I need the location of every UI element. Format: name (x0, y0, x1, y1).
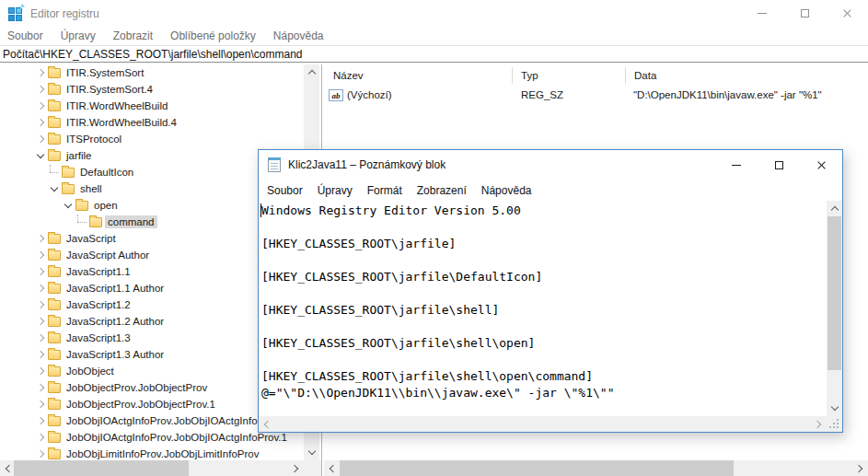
chevron-collapsed-icon[interactable] (33, 314, 48, 329)
chevron-collapsed-icon[interactable] (33, 347, 48, 362)
notepad-window-title: Klic2Java11 – Poznámkový blok (288, 158, 446, 171)
registry-value-row[interactable]: ab (Výchozí) REG_SZ "D:\OpenJDK11\bin\ja… (324, 88, 868, 105)
folder-icon (48, 234, 61, 244)
chevron-collapsed-icon[interactable] (33, 231, 48, 246)
menu-item[interactable]: Zobrazit (113, 29, 153, 42)
notepad-vertical-scrollbar[interactable] (827, 201, 842, 416)
scrollbar-thumb[interactable] (14, 460, 189, 476)
menu-item[interactable]: Soubor (267, 184, 303, 197)
chevron-collapsed-icon[interactable] (33, 281, 48, 296)
folder-icon (48, 383, 61, 393)
scroll-down-icon[interactable] (827, 401, 842, 416)
folder-icon (48, 400, 61, 410)
chevron-collapsed-icon[interactable] (33, 397, 48, 412)
menu-item[interactable]: Nápověda (273, 29, 324, 42)
notepad-window: Klic2Java11 – Poznámkový blok SouborÚpra… (258, 149, 843, 433)
tree-item-label: JavaScript1.1 Author (64, 282, 167, 295)
scroll-up-icon[interactable] (827, 201, 842, 216)
tree-horizontal-scrollbar[interactable] (0, 460, 304, 476)
folder-icon (89, 217, 102, 227)
resize-grip[interactable] (827, 416, 842, 432)
column-header-data[interactable]: Data (625, 64, 868, 87)
notepad-horizontal-scrollbar[interactable] (259, 416, 827, 432)
scroll-right-icon[interactable] (852, 460, 868, 476)
folder-icon (48, 267, 61, 277)
column-separator[interactable] (512, 67, 513, 84)
maximize-icon[interactable] (758, 150, 800, 180)
value-type: REG_SZ (521, 89, 563, 100)
menu-item[interactable]: Oblíbené položky (170, 29, 256, 42)
scroll-left-icon[interactable] (324, 460, 340, 476)
reg-sz-string-icon: ab (329, 89, 343, 101)
chevron-expanded-icon[interactable] (33, 148, 48, 163)
tree-item[interactable]: ITIR.SystemSort (0, 64, 304, 81)
column-header-type-label: Typ (521, 70, 538, 81)
tree-item[interactable]: ITIR.SystemSort.4 (0, 81, 304, 98)
column-separator[interactable] (625, 67, 626, 84)
notepad-window-controls (715, 150, 842, 180)
scroll-down-icon[interactable] (304, 445, 319, 460)
scrollbar-thumb[interactable] (340, 460, 734, 476)
tree-item-label: ITSProtocol (64, 133, 124, 145)
tree-item-label: shell (77, 182, 105, 195)
maximize-icon[interactable] (783, 0, 826, 27)
chevron-collapsed-icon[interactable] (33, 115, 48, 130)
menu-item[interactable]: Úpravy (318, 184, 353, 197)
folder-icon (48, 433, 61, 443)
tree-item-label: JavaScript Author (64, 249, 152, 261)
chevron-collapsed-icon[interactable] (33, 297, 48, 312)
tree-item[interactable]: ITSProtocol (0, 131, 304, 147)
minimize-icon[interactable] (715, 150, 758, 180)
scroll-right-icon[interactable] (811, 416, 827, 432)
value-name: (Výchozí) (347, 89, 392, 100)
scrollbar-thumb[interactable] (827, 216, 841, 370)
tree-item[interactable]: ITIR.WordWheelBuild (0, 98, 304, 114)
chevron-collapsed-icon[interactable] (33, 82, 48, 97)
tree-item-label: JavaScript1.3 Author (64, 348, 167, 361)
regedit-window-title: Editor registru (30, 7, 99, 20)
folder-icon (48, 416, 61, 426)
notepad-titlebar[interactable]: Klic2Java11 – Poznámkový blok (259, 150, 842, 180)
chevron-collapsed-icon[interactable] (33, 132, 48, 146)
scroll-left-icon[interactable] (259, 416, 274, 432)
close-icon[interactable] (826, 0, 868, 27)
folder-icon (48, 85, 61, 95)
column-header-name-label: Název (333, 70, 364, 81)
column-header-name[interactable]: Název (324, 64, 512, 87)
registry-path-text: Počítač\HKEY_CLASSES_ROOT\jarfile\shell\… (3, 48, 302, 61)
folder-icon (48, 284, 61, 294)
menu-item[interactable]: Úpravy (61, 29, 96, 42)
close-icon[interactable] (800, 150, 842, 180)
minimize-icon[interactable] (741, 0, 783, 27)
menu-item[interactable]: Soubor (7, 29, 43, 42)
scroll-up-icon[interactable] (304, 64, 319, 80)
scroll-right-icon[interactable] (288, 460, 304, 476)
tree-item-label: ITIR.WordWheelBuild (64, 99, 170, 112)
menu-item[interactable]: Formát (367, 184, 402, 197)
chevron-collapsed-icon[interactable] (33, 430, 48, 445)
registry-address-bar[interactable]: Počítač\HKEY_CLASSES_ROOT\jarfile\shell\… (0, 45, 868, 63)
values-horizontal-scrollbar[interactable] (324, 460, 868, 476)
chevron-collapsed-icon[interactable] (33, 380, 48, 395)
folder-icon (48, 350, 61, 360)
tree-item-label: JavaScript1.1 (64, 265, 133, 278)
chevron-collapsed-icon[interactable] (33, 248, 48, 262)
menu-item[interactable]: Nápověda (481, 184, 532, 197)
chevron-collapsed-icon[interactable] (33, 364, 48, 378)
tree-item-label: JavaScript1.3 (64, 331, 133, 344)
tree-item[interactable]: ITIR.WordWheelBuild.4 (0, 114, 304, 131)
chevron-collapsed-icon[interactable] (33, 264, 48, 279)
chevron-collapsed-icon[interactable] (33, 447, 48, 460)
chevron-collapsed-icon[interactable] (33, 65, 48, 80)
notepad-text-area[interactable]: Windows Registry Editor Version 5.00 [HK… (259, 201, 827, 416)
column-header-type[interactable]: Typ (512, 64, 625, 87)
tree-item[interactable]: JobObjLimitInfoProv.JobObjLimitInfoProv (0, 446, 304, 460)
tree-leaf-connector (75, 215, 89, 229)
menu-item[interactable]: Zobrazení (417, 184, 467, 197)
chevron-collapsed-icon[interactable] (33, 331, 48, 345)
chevron-collapsed-icon[interactable] (33, 413, 48, 428)
notepad-menubar: SouborÚpravyFormátZobrazeníNápověda (259, 180, 842, 201)
chevron-expanded-icon[interactable] (61, 198, 75, 213)
chevron-expanded-icon[interactable] (47, 181, 62, 196)
chevron-collapsed-icon[interactable] (33, 99, 48, 113)
